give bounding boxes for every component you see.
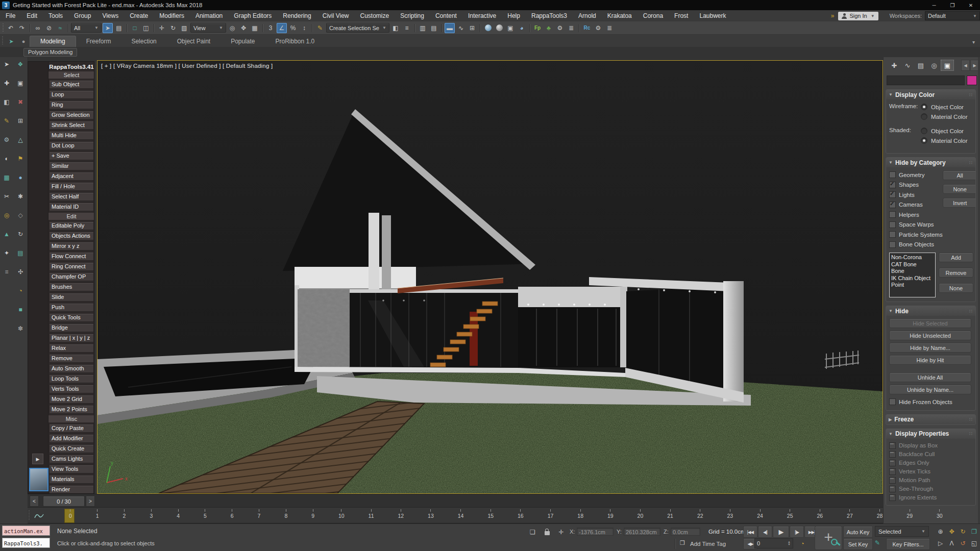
undo-icon[interactable]: ↶ ▼: [6, 23, 16, 33]
rappatools-button[interactable]: Mirror x y z: [49, 242, 94, 251]
category-checkbox[interactable]: [889, 202, 896, 208]
rappatools-button[interactable]: Bridge: [49, 323, 94, 332]
left-toolbar-icon[interactable]: ◎: [2, 210, 12, 220]
display-property-checkbox[interactable]: [889, 486, 896, 492]
left-toolbar-icon[interactable]: △: [15, 135, 26, 145]
redo-icon[interactable]: ↷ ▼: [17, 23, 27, 33]
reference-coordinate-dropdown[interactable]: View ▼: [190, 23, 226, 33]
use-pivot-point-icon[interactable]: ◎ ▼: [227, 23, 237, 33]
z-coordinate-field[interactable]: 0.0cm: [671, 528, 700, 536]
rollout-header[interactable]: ▼ Display Properties ∷: [886, 429, 975, 439]
rectangular-selection-region-icon[interactable]: □ ▼: [130, 23, 140, 33]
left-toolbar-icon[interactable]: ⚙: [2, 135, 12, 145]
scene-explorer-icon[interactable]: ▤ ▼: [429, 23, 439, 33]
rappatools-color-swatch[interactable]: [29, 468, 48, 491]
listbox-item[interactable]: Point: [891, 282, 934, 289]
category-action-button[interactable]: All: [943, 170, 976, 180]
rappatools-button[interactable]: Material ID: [49, 203, 94, 211]
auto-key-button[interactable]: Auto Key: [843, 526, 873, 538]
menu-item[interactable]: Krakatoa: [602, 10, 638, 21]
rappatools-button[interactable]: Add Modifier: [49, 434, 94, 443]
menu-item[interactable]: Content: [430, 10, 462, 21]
radio-button[interactable]: [921, 113, 927, 120]
left-toolbar-icon[interactable]: ■: [15, 305, 26, 315]
ribbon-tab[interactable]: ProRibbon 1.0: [265, 36, 325, 47]
left-toolbar-icon[interactable]: ◧: [2, 97, 12, 107]
left-toolbar-icon[interactable]: ●: [15, 172, 26, 183]
app-icon[interactable]: 3: [2, 2, 10, 9]
select-by-name-icon[interactable]: ▤ ▼: [114, 23, 124, 33]
panel-scrollbar[interactable]: [978, 57, 980, 523]
forest-library-icon[interactable]: ≣ ▼: [566, 23, 576, 33]
restore-button[interactable]: ❐: [943, 0, 962, 10]
workspace-dropdown[interactable]: Default ▼: [925, 11, 980, 20]
orbit-icon[interactable]: ↻: [958, 526, 968, 537]
current-frame-field[interactable]: 0 ▲▼: [754, 538, 793, 548]
rollout-header[interactable]: ▼ Display Color ∷: [886, 90, 975, 99]
unlink-selection-icon[interactable]: ⊘ ▼: [44, 23, 54, 33]
ribbon-sphere-icon[interactable]: ●: [18, 37, 29, 46]
display-property-checkbox[interactable]: [889, 494, 896, 501]
menu-item[interactable]: Customize: [355, 10, 395, 21]
list-action-button[interactable]: Add: [939, 253, 973, 262]
display-tab[interactable]: ▣: [941, 60, 954, 71]
left-toolbar-icon[interactable]: ◔: [15, 286, 26, 296]
listbox-item[interactable]: Bone: [891, 268, 934, 275]
display-property-checkbox[interactable]: [889, 460, 896, 466]
category-checkbox[interactable]: [889, 182, 896, 188]
menu-item[interactable]: Tools: [43, 10, 68, 21]
sign-in-button[interactable]: Sign In ▼: [838, 12, 878, 20]
left-toolbar-icon[interactable]: ✽: [15, 323, 26, 334]
left-toolbar-icon[interactable]: ▲: [2, 229, 12, 239]
set-key-button[interactable]: Set Key: [843, 538, 873, 550]
next-frame-button[interactable]: ||▶: [790, 526, 804, 538]
menu-overflow-chevron[interactable]: »: [828, 12, 838, 19]
left-toolbar-icon[interactable]: ✖: [15, 97, 26, 107]
rappatools-button[interactable]: Objects Actions: [49, 232, 94, 240]
selection-lock-icon[interactable]: [542, 527, 552, 537]
absolute-mode-icon[interactable]: ✛: [556, 527, 566, 537]
select-and-link-icon[interactable]: ∞ ▼: [33, 23, 43, 33]
left-toolbar-icon[interactable]: ⚑: [15, 154, 26, 164]
track-bar-grip[interactable]: [29, 510, 30, 520]
forest-pack-icon[interactable]: Fp ▼: [532, 23, 543, 33]
panel-scroll-left-icon[interactable]: ◀: [961, 60, 970, 71]
rappatools-button[interactable]: Cams Lights: [49, 455, 94, 463]
listbox-item[interactable]: CAT Bone: [891, 261, 934, 268]
menu-item[interactable]: Rendering: [277, 10, 316, 21]
rappatools-button[interactable]: Relax: [49, 344, 94, 353]
play-button[interactable]: ▶: [773, 526, 789, 538]
toolbar-separator[interactable]: ▼: [125, 23, 129, 33]
edit-named-selections-icon[interactable]: ✎ ▼: [315, 23, 325, 33]
rappatools-button[interactable]: Quick Create: [49, 444, 94, 453]
left-toolbar-icon[interactable]: ✎: [2, 116, 12, 126]
left-toolbar-icon[interactable]: ✂: [2, 191, 12, 202]
rappatools-button[interactable]: Dot Loop: [49, 141, 94, 150]
key-filter-pencil-icon[interactable]: ✎: [875, 539, 880, 546]
hide-button[interactable]: Hide Selected: [889, 318, 971, 328]
angle-snap-icon[interactable]: ∠ ▼: [277, 23, 287, 33]
zoom-icon[interactable]: ⊕: [935, 526, 946, 537]
left-toolbar-icon[interactable]: ➤: [2, 59, 12, 69]
window-crossing-icon[interactable]: ◫ ▼: [141, 23, 151, 33]
layer-manager-icon[interactable]: ▥ ▼: [418, 23, 428, 33]
rappatools-button[interactable]: Shrink Select: [49, 121, 94, 130]
toolbar-separator[interactable]: ▼: [528, 23, 531, 33]
rappatools-button[interactable]: Loop: [49, 90, 94, 99]
menu-item[interactable]: Group: [68, 10, 96, 21]
previous-frame-button[interactable]: ◀||: [758, 526, 772, 538]
menu-item[interactable]: Corona: [638, 10, 669, 21]
toolbar-separator[interactable]: ▼: [310, 23, 314, 33]
previous-frame-arrow[interactable]: <: [30, 496, 39, 507]
minimize-button[interactable]: ─: [925, 0, 943, 10]
rappatools-button[interactable]: View Tools: [49, 465, 94, 473]
hide-button[interactable]: Hide Unselected: [889, 331, 971, 340]
track-bar[interactable]: 0123456789101112131415161718192021222324…: [28, 507, 883, 523]
rappatools-button[interactable]: Push: [49, 303, 94, 312]
toolbar-separator[interactable]: ▼: [261, 23, 264, 33]
menu-item[interactable]: File: [0, 10, 21, 21]
rappatools-button[interactable]: Multi Hide: [49, 131, 94, 140]
frame-spinner[interactable]: ▲▼: [788, 541, 791, 546]
rappatools-button[interactable]: Ring Connect: [49, 262, 94, 271]
go-to-start-button[interactable]: |◀◀: [743, 526, 757, 538]
